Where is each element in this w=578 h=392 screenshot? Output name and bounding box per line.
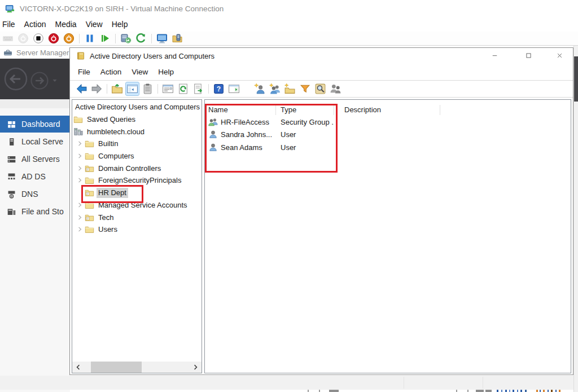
console-pane-icon <box>126 83 138 95</box>
power-red-button[interactable] <box>47 32 60 45</box>
vm-bottom-strip <box>0 376 573 390</box>
new-ou-button[interactable] <box>283 82 296 95</box>
power-gray-button[interactable] <box>17 32 29 45</box>
tree-item-builtin[interactable]: Builtin <box>72 138 202 150</box>
server-share-icon <box>172 33 183 44</box>
filter-icon <box>299 83 311 95</box>
find-button[interactable] <box>314 82 327 95</box>
vm-menu-help[interactable]: Help <box>107 20 133 29</box>
nav-forward-button[interactable] <box>90 82 103 95</box>
chevron-icon <box>76 226 84 233</box>
aduc-menu-file[interactable]: File <box>73 68 95 76</box>
sidebar-item-local-serve[interactable]: Local Serve <box>0 133 70 150</box>
list-row-sean-adams[interactable]: Sean AdamsUser <box>205 141 571 154</box>
vm-vertical-scrollbar[interactable] <box>573 46 578 392</box>
tree-item-computers[interactable]: Computers <box>72 150 202 162</box>
chevron-icon <box>76 201 84 209</box>
scrollbar-thumb[interactable] <box>574 56 578 102</box>
aduc-menu-help[interactable]: Help <box>153 68 179 76</box>
tree-item-hr-dept[interactable]: HR Dept <box>72 187 202 199</box>
minimize-button[interactable] <box>482 48 507 63</box>
up-one-level-button[interactable] <box>111 82 124 95</box>
server-manager-titlebar[interactable]: Server Manager <box>0 46 70 59</box>
sidebar-item-dashboard[interactable]: Dashboard <box>0 116 70 133</box>
aduc-menu-action[interactable]: Action <box>95 68 127 76</box>
column-header-type[interactable]: Type <box>276 105 334 115</box>
vm-menu-media[interactable]: Media <box>50 20 81 29</box>
sidebar-item-all-servers[interactable]: All Servers <box>0 151 70 168</box>
column-header-name[interactable]: Name <box>205 105 276 115</box>
console-pane-button[interactable] <box>126 82 139 95</box>
scroll-right-icon[interactable] <box>191 363 199 371</box>
cell-type: User <box>276 143 334 152</box>
scroll-left-icon[interactable] <box>75 363 82 371</box>
list-row-hr-fileaccess[interactable]: HR-FileAccessSecurity Group ... <box>205 116 571 129</box>
pause-button[interactable] <box>84 32 96 45</box>
forward-circle-icon[interactable] <box>30 71 49 90</box>
keyboard-button[interactable] <box>2 32 14 45</box>
win-min-icon <box>491 51 499 60</box>
tree-horizontal-scrollbar[interactable] <box>72 362 202 373</box>
object-list-pane: NameTypeDescription HR-FileAccessSecurit… <box>204 99 571 373</box>
column-header-description[interactable]: Description <box>334 105 440 115</box>
stop-square-button[interactable] <box>32 32 45 45</box>
tree-item-tech[interactable]: Tech <box>72 211 202 223</box>
sidebar-item-dns[interactable]: DNS <box>0 186 70 202</box>
refresh-button[interactable] <box>177 82 190 95</box>
server-share-button[interactable] <box>171 32 183 45</box>
tree-item-saved-queries[interactable]: Saved Queries <box>72 113 202 126</box>
two-users-button[interactable] <box>329 82 342 95</box>
vm-menu-action[interactable]: Action <box>20 20 51 29</box>
vm-connection-titlebar[interactable]: VICTORN-X-DC2K19 on SIRH - Virtual Machi… <box>0 0 578 17</box>
tree-item-label: Computers <box>97 151 136 161</box>
server-manager-sidebar: DashboardLocal ServeAll ServersAD DSDNSF… <box>0 108 70 392</box>
monitor-icon <box>156 33 168 44</box>
aduc-content: Active Directory Users and ComputersSave… <box>70 98 573 375</box>
tree-item-active-directory-users-and-computers[interactable]: Active Directory Users and Computers <box>72 101 202 113</box>
undo-arrow-button[interactable] <box>135 32 147 45</box>
new-ou-icon <box>284 83 296 95</box>
server-refresh-button[interactable] <box>120 32 132 45</box>
maximize-button[interactable] <box>516 48 541 63</box>
scrollbar-thumb[interactable] <box>91 362 142 373</box>
new-group-button[interactable] <box>268 82 281 95</box>
power-orange-button[interactable] <box>63 32 75 45</box>
tree-item-users[interactable]: Users <box>72 223 202 236</box>
power-red-icon <box>48 33 59 44</box>
back-circle-icon[interactable] <box>3 67 28 91</box>
properties-window-button[interactable] <box>161 82 174 95</box>
tree-item-label: Managed Service Accounts <box>97 200 189 210</box>
tree-item-foreignsecurityprincipals[interactable]: ForeignSecurityPrincipals <box>72 174 202 187</box>
play-button[interactable] <box>99 32 111 45</box>
aduc-titlebar[interactable]: Active Directory Users and Computers <box>70 48 573 64</box>
aduc-app-icon <box>76 51 85 60</box>
dns-icon <box>7 190 16 199</box>
export-list-button[interactable] <box>192 82 205 95</box>
aduc-menu-view[interactable]: View <box>126 68 153 76</box>
tree-item-domain-controllers[interactable]: Domain Controllers <box>72 162 202 174</box>
vm-connection-toolbar <box>0 32 578 46</box>
toolbar-separator <box>79 34 80 43</box>
monitor-button[interactable] <box>156 32 168 45</box>
toolbar-separator <box>208 84 209 94</box>
tree-item-humbletech-cloud[interactable]: humbletech.cloud <box>72 125 202 138</box>
clipboard-button[interactable] <box>141 82 154 95</box>
ou-folder-icon <box>85 188 94 197</box>
filter-button[interactable] <box>299 82 312 95</box>
vm-menu-file[interactable]: File <box>2 20 20 29</box>
server-manager-strip <box>0 99 70 108</box>
action-pane-button[interactable] <box>227 82 240 95</box>
new-user-button[interactable] <box>253 82 266 95</box>
list-row-sandra-johns[interactable]: Sandra Johns...User <box>205 129 571 142</box>
vm-menu-view[interactable]: View <box>81 20 107 29</box>
sidebar-item-ad-ds[interactable]: AD DS <box>0 168 70 185</box>
sidebar-item-file-and-sto[interactable]: File and Sto <box>0 203 70 220</box>
chevron-icon <box>76 152 84 160</box>
tree-item-managed-service-accounts[interactable]: Managed Service Accounts <box>72 199 202 212</box>
help-button[interactable]: ? <box>212 82 225 95</box>
clipboard-icon <box>142 83 154 95</box>
cell-name: Sean Adams <box>205 143 276 152</box>
nav-back-button[interactable] <box>75 82 88 95</box>
close-button[interactable] <box>547 48 572 63</box>
chevron-down-icon[interactable] <box>52 78 58 83</box>
